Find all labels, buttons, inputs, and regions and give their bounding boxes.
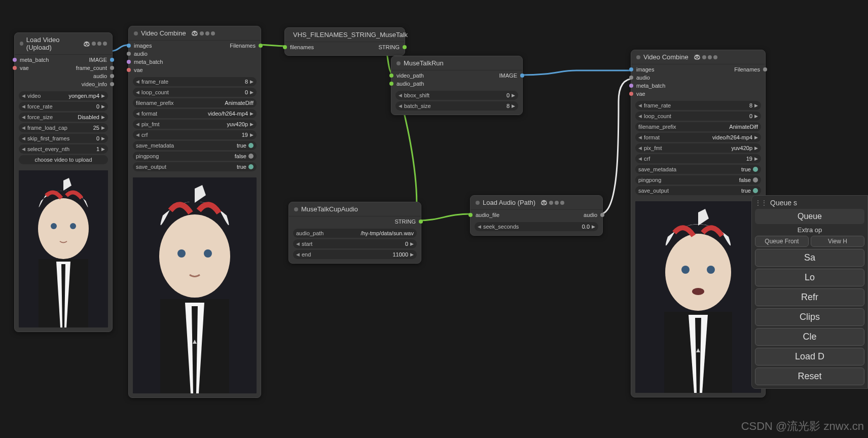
widget-skip-first-frames[interactable]: ◀skip_first_frames0▶ [19,134,108,143]
clear-button[interactable]: Cle [755,328,864,346]
widget-audio-path[interactable]: audio_path/hy-tmp/data/sun.wav [293,229,417,238]
widget-pix-fmt[interactable]: ◀pix_fmtyuv420p▶ [635,143,761,153]
port-audio-path[interactable]: audio_path [396,81,424,87]
port-frame-count[interactable]: frame_count [76,65,107,71]
load-button[interactable]: Lo [755,269,864,286]
node-title-bar[interactable]: Video Combine 🐼 [129,26,261,41]
queue-s-label: Queue s [770,199,797,207]
watermark: CSDN @流光影 znwx.cn [741,419,864,434]
node-title-bar[interactable]: Load Audio (Path) 🐼 [471,196,602,210]
port-string[interactable]: STRING [394,218,416,225]
grip-icon[interactable]: ⋮⋮ [755,199,767,206]
collapse-icon[interactable] [134,31,138,35]
port-images[interactable]: images [134,43,152,49]
node-video-combine-2[interactable]: Video Combine 🐼 imagesFilenames audio me… [631,50,766,397]
node-load-video[interactable]: Load Video (Upload) 🐼 meta_batchIMAGE va… [14,32,113,332]
widget-frame-rate[interactable]: ◀frame_rate8▶ [635,101,761,110]
node-title: Load Video (Upload) [26,36,78,51]
collapse-icon[interactable] [476,201,480,205]
node-title-bar[interactable]: VHS_FILENAMES_STRING_MuseTalk [285,28,405,42]
widget-pingpong[interactable]: pingpongfalse [133,152,257,161]
video-preview [133,177,257,393]
port-audio-file[interactable]: audio_file [476,212,499,218]
port-image[interactable]: IMAGE [89,57,107,63]
port-audio[interactable]: audio [134,51,148,57]
port-images[interactable]: images [636,66,654,72]
widget-format[interactable]: ◀formatvideo/h264-mp4▶ [133,109,257,118]
widget-seek-seconds[interactable]: ◀seek_seconds0.0▶ [475,222,598,231]
node-vhs-filenames[interactable]: VHS_FILENAMES_STRING_MuseTalk filenamesS… [284,27,405,56]
port-filenames[interactable]: filenames [290,44,314,50]
widget-save-metadata[interactable]: save_metadatatrue [635,165,761,174]
widget-pix-fmt[interactable]: ◀pix_fmtyuv420p▶ [133,120,257,129]
port-filenames[interactable]: Filenames [230,43,256,49]
widget-pingpong[interactable]: pingpongfalse [635,175,761,185]
widget-batch-size[interactable]: ◀batch_size8▶ [395,101,518,111]
side-panel[interactable]: ⋮⋮ Queue s Queue Extra op Queue Front Vi… [751,195,868,389]
port-vae[interactable]: vae [134,67,143,73]
widget-frame-rate[interactable]: ◀frame_rate8▶ [133,77,257,86]
node-title-bar[interactable]: Load Video (Upload) 🐼 [15,33,112,55]
node-title-bar[interactable]: MuseTalkRun [391,56,522,70]
widget-bbox-shift[interactable]: ◀bbox_shift0▶ [395,91,518,100]
save-button[interactable]: Sa [755,249,864,267]
port-meta-batch[interactable]: meta_batch [20,57,49,63]
collapse-icon[interactable] [636,55,640,59]
widget-force-size[interactable]: ◀force_sizeDisabled▶ [19,113,108,122]
widget-video[interactable]: ◀videoyongen.mp4▶ [19,91,108,100]
widget-save-output[interactable]: save_outputtrue [133,162,257,171]
port-meta-batch[interactable]: meta_batch [134,59,163,65]
port-filenames[interactable]: Filenames [734,66,760,72]
node-load-audio[interactable]: Load Audio (Path) 🐼 audio_fileaudio ◀see… [470,195,603,236]
widget-end[interactable]: ◀end11000▶ [293,250,417,259]
view-h-button[interactable]: View H [811,236,864,247]
port-vae[interactable]: vae [636,91,645,97]
port-meta-batch[interactable]: meta_batch [636,83,665,89]
widget-select-every-nth[interactable]: ◀select_every_nth1▶ [19,144,108,154]
port-audio[interactable]: audio [93,73,107,79]
port-video-info[interactable]: video_info [82,81,107,87]
widget-frame-load-cap[interactable]: ◀frame_load_cap25▶ [19,123,108,132]
svg-point-14 [707,266,715,274]
queue-button[interactable]: Queue [755,209,864,224]
refresh-button[interactable]: Refr [755,288,864,306]
clipspace-button[interactable]: Clips [755,308,864,326]
queue-front-button[interactable]: Queue Front [755,236,809,247]
svg-point-8 [204,249,212,258]
widget-force-rate[interactable]: ◀force_rate0▶ [19,102,108,111]
node-title: Video Combine [141,29,186,37]
load-default-button[interactable]: Load D [755,348,864,366]
port-video-path[interactable]: video_path [396,72,424,79]
svg-point-12 [665,234,731,311]
port-audio[interactable]: audio [636,75,650,81]
port-image[interactable]: IMAGE [499,72,517,79]
collapse-icon[interactable] [20,42,23,46]
node-title-bar[interactable]: MuseTalkCupAudio [289,202,421,216]
widget-save-metadata[interactable]: save_metadatatrue [133,141,257,150]
widget-start[interactable]: ◀start0▶ [293,239,417,248]
node-header-icons: 🐼 [540,199,564,206]
node-video-combine-1[interactable]: Video Combine 🐼 imagesFilenames audio me… [128,26,261,398]
widget-crf[interactable]: ◀crf19▶ [635,154,761,163]
widget-crf[interactable]: ◀crf19▶ [133,130,257,139]
node-musetalk-run[interactable]: MuseTalkRun video_pathIMAGE audio_path ◀… [391,56,523,115]
port-string[interactable]: STRING [378,44,400,50]
port-vae[interactable]: vae [20,65,29,71]
widget-filename-prefix[interactable]: filename_prefixAnimateDiff [635,122,761,131]
node-title: Load Audio (Path) [483,199,535,206]
collapse-icon[interactable] [396,61,401,65]
widget-filename-prefix[interactable]: filename_prefixAnimateDiff [133,98,257,107]
widget-save-output[interactable]: save_outputtrue [635,186,761,195]
svg-point-15 [692,288,704,295]
node-title-bar[interactable]: Video Combine 🐼 [631,50,765,64]
port-audio[interactable]: audio [584,212,597,218]
collapse-icon[interactable] [294,207,298,211]
node-title: Video Combine [643,53,689,61]
widget-loop-count[interactable]: ◀loop_count0▶ [133,88,257,97]
widget-loop-count[interactable]: ◀loop_count0▶ [635,112,761,121]
node-musetalk-cupaudio[interactable]: MuseTalkCupAudio STRING audio_path/hy-tm… [288,202,421,264]
reset-button[interactable]: Reset [755,368,864,385]
node-title: MuseTalkRun [404,59,444,67]
choose-video-button[interactable]: choose video to upload [19,155,108,164]
widget-format[interactable]: ◀formatvideo/h264-mp4▶ [635,133,761,142]
